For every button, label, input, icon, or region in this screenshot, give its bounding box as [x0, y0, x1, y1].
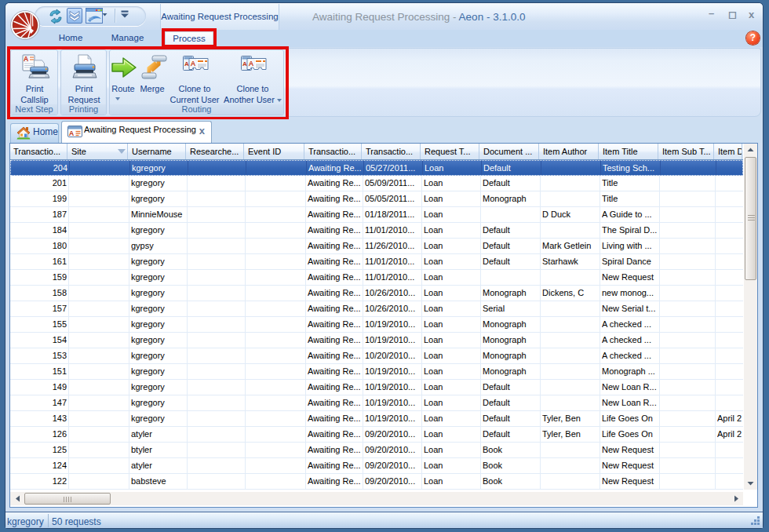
svg-text:A: A [69, 129, 75, 137]
